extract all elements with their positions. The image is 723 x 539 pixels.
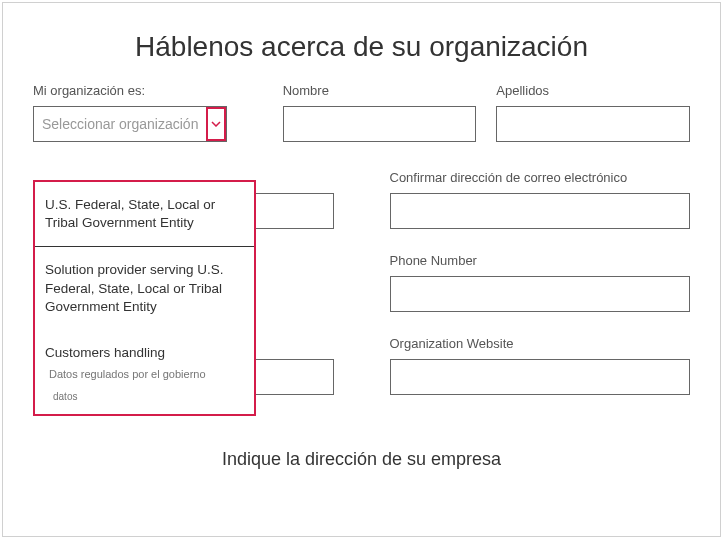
org-label: Mi organización es: — [33, 83, 227, 98]
org-select-placeholder: Seleccionar organización — [42, 116, 198, 132]
first-name-label: Nombre — [283, 83, 477, 98]
org-field-group: Mi organización es: Seleccionar organiza… — [33, 83, 227, 142]
org-website-group: Organization Website — [390, 336, 691, 395]
confirm-email-label: Confirmar dirección de correo electrónic… — [390, 170, 691, 185]
org-website-label: Organization Website — [390, 336, 691, 351]
last-name-label: Apellidos — [496, 83, 690, 98]
phone-label: Phone Number — [390, 253, 691, 268]
last-name-input[interactable] — [496, 106, 690, 142]
page-title: Háblenos acerca de su organización — [3, 3, 720, 83]
dropdown-option-1[interactable]: U.S. Federal, State, Local or Tribal Gov… — [35, 182, 254, 246]
page-subtitle: Indique la dirección de su empresa — [3, 419, 720, 490]
confirm-email-group: Confirmar dirección de correo electrónic… — [390, 170, 691, 229]
form-container: Háblenos acerca de su organización Mi or… — [2, 2, 721, 537]
first-name-group: Nombre — [283, 83, 477, 142]
form-row-1: Mi organización es: Seleccionar organiza… — [33, 83, 690, 142]
org-website-input[interactable] — [390, 359, 691, 395]
chevron-down-icon[interactable] — [206, 107, 226, 141]
first-name-input[interactable] — [283, 106, 477, 142]
org-select[interactable]: Seleccionar organización — [33, 106, 227, 142]
last-name-group: Apellidos — [496, 83, 690, 142]
dropdown-option-3-sub2: datos — [35, 391, 254, 414]
confirm-email-input[interactable] — [390, 193, 691, 229]
org-dropdown: U.S. Federal, State, Local or Tribal Gov… — [33, 180, 256, 416]
dropdown-option-2[interactable]: Solution provider serving U.S. Federal, … — [35, 247, 254, 330]
phone-group: Phone Number — [390, 253, 691, 312]
phone-input[interactable] — [390, 276, 691, 312]
dropdown-option-3[interactable]: Customers handling — [35, 330, 254, 366]
dropdown-option-3-sub: Datos regulados por el gobierno — [35, 366, 254, 391]
